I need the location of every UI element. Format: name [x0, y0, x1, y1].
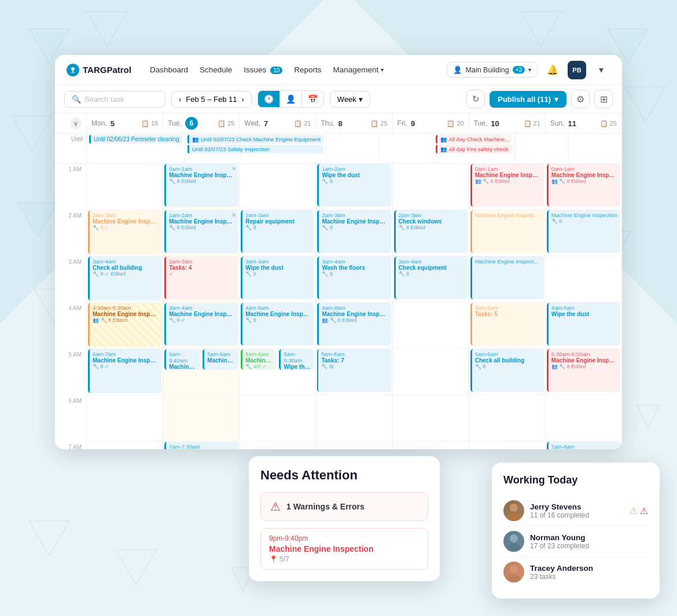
week-selector[interactable]: Week ▾	[330, 91, 370, 108]
task-event[interactable]: 2am-3am Repair equipment 🔧 8	[241, 210, 314, 253]
person-view-tab[interactable]: 👤	[280, 91, 302, 107]
task-event[interactable]: 0am-1am Machine Engine Inspection 👥 🔧 8 …	[547, 164, 620, 207]
svg-marker-1	[87, 12, 127, 46]
svg-marker-10	[116, 550, 156, 585]
allday-event[interactable]: 👥 All day Check Machine...	[436, 135, 513, 144]
task-event[interactable]: 4am-5am Machine Engine Inspection 🔧 8	[241, 303, 314, 346]
warning-time: 9pm-9:40pm	[269, 534, 420, 542]
refresh-btn[interactable]: ↻	[466, 90, 485, 108]
allday-event[interactable]: 👥 Until 02/07/23 Check Machine Engine Eq…	[187, 135, 323, 144]
allday-thu	[380, 134, 433, 163]
task-event[interactable]: 5:30am-6:30am Machine Engine Inspection …	[547, 349, 620, 392]
task-event[interactable]: 0am-1am Machine Engine Inspection 👥 🔧 8 …	[470, 164, 544, 207]
worker-avatar-jerry	[503, 500, 524, 521]
settings-btn[interactable]: ⚙	[571, 90, 590, 108]
date-nav[interactable]: ‹ Feb 5 – Feb 11 ›	[171, 91, 252, 108]
user-avatar-btn[interactable]: PB	[568, 61, 586, 79]
task-event[interactable]: 5am-5:40am Machine Engine Inspection	[164, 349, 200, 370]
worker-row-jerry: Jerry Stevens 11 of 16 completed ⚠ ⚠	[503, 496, 648, 526]
header-sun: Sun, 11 📋 25	[546, 113, 622, 133]
task-event[interactable]: ✕ 0am-1am Machine Engine Inspection 🔧 8 …	[164, 164, 238, 207]
task-event[interactable]: 5am-6am Machine En...	[203, 349, 238, 370]
header-tue-6: Tue, 6 📋 25	[163, 113, 240, 133]
time-7am: 7 AM	[55, 442, 87, 449]
task-event[interactable]: 4am-5am Tasks: 5	[470, 303, 544, 346]
header-wed: Wed, 7 📋 21	[240, 113, 316, 133]
calendar-header: ∨ Mon, 5 📋 18 Tue, 6 📋 25 Wed, 7 📋 21 Th…	[55, 113, 622, 134]
nav-schedule[interactable]: Schedule	[200, 63, 232, 76]
chevron-down-icon: ▾	[359, 95, 363, 104]
task-event[interactable]: ✕ 1am-2am Machine Engine Inspection 🔧 8 …	[164, 210, 238, 253]
task-event[interactable]: Machine Engine Inspect...	[470, 210, 544, 253]
task-event[interactable]: 2am-3am Machine Engine Inspec... 🔧 8 ✓	[88, 210, 161, 254]
header-thu: Thu, 8 📋 25	[316, 113, 392, 133]
time-5am: 5 AM	[55, 349, 87, 395]
nav-dashboard[interactable]: Dashboard	[150, 63, 188, 76]
task-event[interactable]: 5am-6am Machine Engine Inspection 🔧 4/8 …	[241, 349, 276, 370]
chevron-right-icon: ›	[242, 95, 244, 104]
nav-management[interactable]: Management ▾	[333, 63, 384, 76]
allday-sat	[515, 134, 568, 163]
clock-view-tab[interactable]: 🕐	[258, 91, 280, 107]
search-box[interactable]: 🔍 Search task	[64, 91, 165, 108]
task-event[interactable]: Machine Engine Inspection 🔧 8	[547, 210, 620, 253]
warning-icon-jerry: ⚠	[630, 505, 638, 516]
task-event[interactable]: 5am-6am Check all building 🔧 8	[470, 349, 544, 392]
task-event[interactable]: 7am-8am Machine Engine Inspection 🔧 8	[547, 442, 620, 449]
search-placeholder: Search task	[84, 95, 124, 104]
task-event[interactable]: 1am-2am Wipe the dust 🔧 8	[317, 164, 391, 207]
task-event[interactable]: 7am-7:30am Sanitary standards check 🔧 ✓	[164, 442, 238, 449]
nav-issues[interactable]: Issues 10	[244, 63, 282, 76]
task-event[interactable]: 3am-4am Wash the floors 🔧 8	[317, 256, 391, 299]
building-selector[interactable]: 👤 Main Building +3 ▾	[447, 62, 538, 78]
day-col-mon: 2am-3am Machine Engine Inspec... 🔧 8 ✓ 3…	[87, 164, 163, 449]
nav-reports[interactable]: Reports	[294, 63, 321, 76]
calendar-view-tab[interactable]: 📅	[302, 91, 323, 107]
svg-point-26	[507, 574, 521, 582]
worker-tasks-tracey: 23 tasks	[530, 573, 642, 581]
svg-point-20	[71, 67, 75, 71]
toolbar: 🔍 Search task ‹ Feb 5 – Feb 11 › 🕐 👤 📅 W…	[55, 85, 622, 113]
svg-marker-12	[636, 405, 660, 428]
logo: TARGPatrol	[67, 64, 136, 76]
day-col-tue6: ✕ 0am-1am Machine Engine Inspection 🔧 8 …	[163, 164, 240, 449]
view-tabs: 🕐 👤 📅	[257, 90, 324, 108]
allday-mon: Until 02/06/23 Perimeter cleaning	[87, 134, 185, 163]
working-today-title: Working Today	[503, 474, 648, 486]
worker-row-tracey: Tracey Anderson 23 tasks	[503, 557, 648, 587]
svg-point-25	[510, 565, 518, 573]
task-event[interactable]: 3am-4am Check equipment 🔧 8	[394, 256, 468, 299]
allday-event[interactable]: 👥 All day Fire safety check	[436, 145, 513, 153]
task-event[interactable]: 4:30am-5:30am Machine Engine Inspection …	[88, 303, 161, 347]
filter-btn[interactable]: ⊞	[594, 90, 613, 108]
notifications-btn[interactable]: 🔔	[543, 61, 562, 79]
user-chevron[interactable]: ▾	[592, 61, 610, 79]
task-event[interactable]: 2am-3am Machine Engine Inspect... 🔧 8	[317, 210, 391, 253]
task-event[interactable]: 3am-4am Check all building 🔧 8 ✓ Edited	[88, 256, 161, 300]
task-event[interactable]: 3am-4am Machine Engine Inspection 🔧 8 ✓	[164, 303, 238, 346]
allday-event[interactable]: Until 02/06/23 Perimeter cleaning	[89, 135, 182, 144]
task-event[interactable]: 5am-6am Tasks: 7 🔧 ⊞	[317, 349, 391, 392]
expand-btn[interactable]: ∨	[70, 118, 82, 129]
svg-marker-4	[625, 87, 665, 122]
task-event[interactable]: 4am-8am Machine Engine Inspection 👥 🔧 8 …	[317, 303, 391, 346]
task-event[interactable]: Machine Engine Inspect...	[470, 256, 544, 299]
task-event[interactable]: 2am-3am Check windows 🔧 8 Edited	[394, 210, 468, 253]
task-event[interactable]: 6am-7am Machine Engine Inspection 🔧 8 ✓	[88, 349, 161, 393]
task-event[interactable]: 3am-4am Wipe the dust 🔧 8	[241, 256, 314, 299]
task-event[interactable]: 4am-5am Wipe the dust	[547, 303, 620, 346]
allday-event[interactable]: Until 02/07/23 Safety Inspection	[187, 145, 323, 153]
app-name: TARGPatrol	[83, 65, 131, 75]
svg-marker-6	[17, 203, 58, 237]
warning-item[interactable]: 9pm-9:40pm Machine Engine Inspection 📍 5…	[260, 528, 428, 570]
worker-name-norman: Norman Young	[530, 533, 642, 542]
svg-marker-2	[521, 12, 561, 46]
task-event[interactable]: 5am-5:30am Wipe the...	[279, 349, 314, 370]
worker-row-norman: Norman Young 17 of 23 completed	[503, 526, 648, 557]
header-tue-10: Tue, 10 📋 21	[469, 113, 546, 133]
task-event[interactable]: 2am-3am Tasks: 4 ✓	[164, 256, 238, 299]
publish-btn[interactable]: Publish all (11) ▾	[490, 91, 566, 108]
chevron-down-icon: ▾	[528, 67, 531, 73]
worker-tasks-jerry: 11 of 16 completed	[530, 511, 624, 519]
allday-sun	[569, 134, 622, 163]
